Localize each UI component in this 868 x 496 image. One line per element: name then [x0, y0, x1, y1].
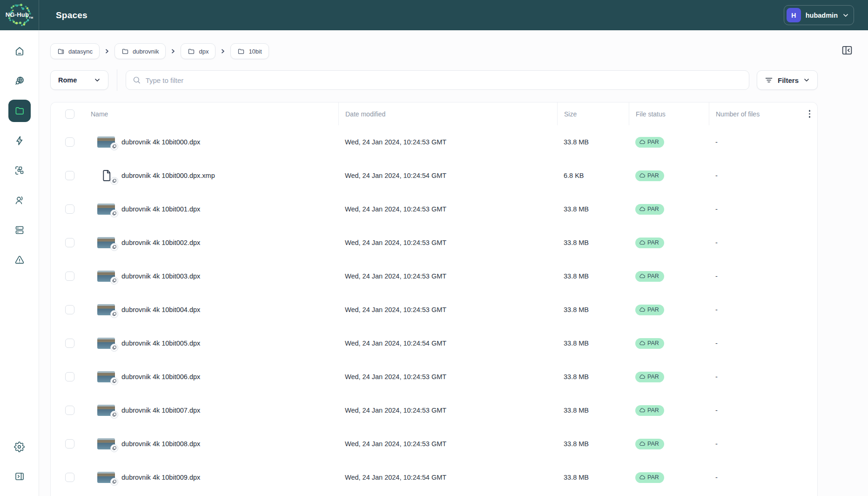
sidebar-item-processing[interactable]	[8, 159, 31, 182]
table-row[interactable]: dubrovnik 4k 10bit003.dpx Wed, 24 Jan 20…	[51, 259, 817, 293]
panel-expand-icon	[14, 471, 25, 482]
row-checkbox[interactable]	[65, 272, 74, 281]
sidebar-item-spaces[interactable]	[8, 100, 31, 122]
panel-collapse-icon	[841, 44, 854, 57]
sidebar-item-discover[interactable]	[8, 70, 31, 92]
row-checkbox[interactable]	[65, 372, 74, 381]
date-modified: Wed, 24 Jan 2024, 10:24:53 GMT	[338, 306, 557, 313]
sidebar-item-settings[interactable]	[8, 435, 31, 458]
file-name[interactable]: dubrovnik 4k 10bit002.dpx	[121, 239, 200, 246]
app-logo[interactable]: NG-HubTM	[0, 0, 39, 30]
sidebar-item-storage[interactable]	[8, 219, 31, 241]
table-row[interactable]: dubrovnik 4k 10bit002.dpx Wed, 24 Jan 20…	[51, 226, 817, 259]
status-badge: PAR	[635, 137, 664, 148]
image-thumbnail	[97, 405, 115, 416]
status-badge-label: PAR	[647, 407, 659, 414]
table-row[interactable]: dubrovnik 4k 10bit000.dpx Wed, 24 Jan 20…	[51, 125, 817, 159]
file-name[interactable]: dubrovnik 4k 10bit004.dpx	[121, 306, 200, 313]
file-table: Name Date modified Size File status Numb…	[50, 102, 818, 496]
row-checkbox[interactable]	[65, 406, 74, 415]
row-checkbox[interactable]	[65, 473, 74, 482]
row-checkbox[interactable]	[65, 305, 74, 314]
number-of-files: -	[709, 138, 795, 146]
breadcrumb-label: dpx	[199, 48, 209, 55]
cloud-icon	[639, 139, 645, 145]
column-header-name[interactable]: Name	[84, 102, 338, 125]
sidebar-item-alerts[interactable]	[8, 249, 31, 271]
status-badge-label: PAR	[647, 374, 659, 380]
sidebar-item-home[interactable]	[8, 40, 31, 62]
column-header-date-modified[interactable]: Date modified	[338, 102, 557, 125]
breadcrumb-label: 10bit	[249, 48, 262, 55]
logo-text: NG-HubTM	[6, 11, 33, 19]
table-row[interactable]: dubrovnik 4k 10bit009.dpx Wed, 24 Jan 20…	[51, 461, 817, 494]
space-icon	[57, 48, 65, 55]
right-panel-toggle[interactable]	[840, 43, 854, 57]
column-header-number-of-files[interactable]: Number of files	[709, 102, 795, 125]
status-badge-label: PAR	[647, 206, 659, 212]
file-name[interactable]: dubrovnik 4k 10bit005.dpx	[121, 340, 200, 347]
table-row[interactable]: dubrovnik 4k 10bit006.dpx Wed, 24 Jan 20…	[51, 360, 817, 394]
sidebar-item-users[interactable]	[8, 189, 31, 211]
file-name[interactable]: dubrovnik 4k 10bit006.dpx	[121, 373, 200, 380]
breadcrumb-item[interactable]: dubrovnik	[114, 43, 166, 59]
filters-button[interactable]: Filters	[757, 70, 818, 90]
row-checkbox[interactable]	[65, 339, 74, 348]
folder-icon	[188, 48, 195, 55]
number-of-files: -	[709, 373, 795, 380]
number-of-files: -	[709, 474, 795, 481]
table-row[interactable]: dubrovnik 4k 10bit005.dpx Wed, 24 Jan 20…	[51, 326, 817, 360]
table-row[interactable]: dubrovnik 4k 10bit008.dpx Wed, 24 Jan 20…	[51, 427, 817, 461]
date-modified: Wed, 24 Jan 2024, 10:24:53 GMT	[338, 138, 557, 146]
column-header-file-status[interactable]: File status	[629, 102, 709, 125]
breadcrumb-label: dubrovnik	[133, 48, 159, 55]
number-of-files: -	[709, 172, 795, 179]
file-name[interactable]: dubrovnik 4k 10bit000.dpx.xmp	[121, 172, 215, 179]
breadcrumb-segment: dubrovnik	[114, 43, 176, 59]
row-checkbox[interactable]	[65, 238, 74, 247]
table-row[interactable]: dubrovnik 4k 10bit004.dpx Wed, 24 Jan 20…	[51, 293, 817, 326]
select-all-checkbox[interactable]	[65, 109, 74, 119]
search-input[interactable]	[146, 76, 742, 84]
image-thumbnail	[97, 472, 115, 483]
status-badge: PAR	[635, 472, 664, 483]
row-checkbox[interactable]	[65, 204, 74, 214]
cloud-icon	[639, 240, 645, 246]
cloud-icon	[639, 441, 645, 447]
column-header-size[interactable]: Size	[557, 102, 629, 125]
date-modified: Wed, 24 Jan 2024, 10:24:53 GMT	[338, 407, 557, 414]
table-row[interactable]: dubrovnik 4k 10bit000.dpx.xmp Wed, 24 Ja…	[51, 159, 817, 192]
user-menu[interactable]: H hubadmin	[784, 5, 854, 25]
file-name[interactable]: dubrovnik 4k 10bit000.dpx	[121, 138, 200, 146]
location-selector[interactable]: Rome	[50, 70, 108, 90]
sidebar-item-automations[interactable]	[8, 129, 31, 152]
file-name[interactable]: dubrovnik 4k 10bit007.dpx	[121, 407, 200, 414]
breadcrumb-item[interactable]: dpx	[181, 43, 215, 59]
table-options-menu[interactable]	[802, 110, 817, 118]
cloud-icon	[639, 340, 645, 347]
table-body: dubrovnik 4k 10bit000.dpx Wed, 24 Jan 20…	[51, 125, 817, 494]
image-thumbnail	[97, 304, 115, 315]
file-name[interactable]: dubrovnik 4k 10bit001.dpx	[121, 205, 200, 213]
table-row[interactable]: dubrovnik 4k 10bit001.dpx Wed, 24 Jan 20…	[51, 192, 817, 226]
folder-icon	[237, 48, 245, 55]
row-checkbox[interactable]	[65, 171, 74, 180]
table-row[interactable]: dubrovnik 4k 10bit007.dpx Wed, 24 Jan 20…	[51, 394, 817, 427]
status-badge-label: PAR	[647, 239, 659, 246]
file-name[interactable]: dubrovnik 4k 10bit008.dpx	[121, 440, 200, 448]
file-size: 33.8 MB	[557, 340, 629, 347]
row-checkbox[interactable]	[65, 137, 74, 147]
sidebar-collapse-toggle[interactable]	[8, 465, 31, 488]
breadcrumb-item[interactable]: 10bit	[230, 43, 269, 59]
copies-badge-icon	[110, 243, 118, 251]
breadcrumb-item[interactable]: datasync	[50, 43, 100, 59]
logo-tm: TM	[29, 16, 33, 19]
chevron-right-icon	[104, 48, 110, 54]
row-checkbox[interactable]	[65, 439, 74, 448]
users-icon	[14, 195, 25, 206]
date-modified: Wed, 24 Jan 2024, 10:24:54 GMT	[338, 340, 557, 347]
status-badge-label: PAR	[647, 340, 659, 347]
cloud-icon	[639, 408, 645, 414]
file-name[interactable]: dubrovnik 4k 10bit009.dpx	[121, 474, 200, 481]
file-name[interactable]: dubrovnik 4k 10bit003.dpx	[121, 272, 200, 280]
